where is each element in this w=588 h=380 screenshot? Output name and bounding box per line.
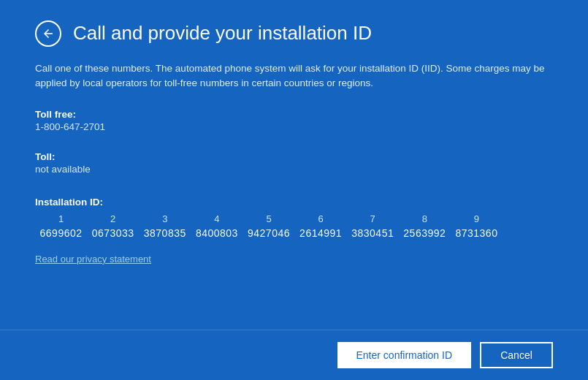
page-description: Call one of these numbers. The automated… bbox=[35, 61, 546, 91]
id-column-header: 6 bbox=[295, 213, 347, 227]
id-column-value: 8400803 bbox=[191, 227, 243, 239]
main-content: Call and provide your installation ID Ca… bbox=[0, 0, 588, 330]
id-column-value: 2563992 bbox=[399, 227, 451, 239]
toll-label: Toll: bbox=[35, 151, 553, 162]
footer: Enter confirmation ID Cancel bbox=[0, 330, 588, 380]
id-column-value: 3870835 bbox=[139, 227, 191, 239]
cancel-button[interactable]: Cancel bbox=[480, 342, 553, 368]
id-column-value: 0673033 bbox=[87, 227, 139, 239]
id-column-value: 3830451 bbox=[347, 227, 399, 239]
id-column-value: 9427046 bbox=[243, 227, 294, 239]
id-column-value: 8731360 bbox=[451, 227, 503, 239]
id-column-value: 2614991 bbox=[295, 227, 347, 239]
id-column-header: 5 bbox=[243, 213, 294, 227]
toll-free-label: Toll free: bbox=[35, 109, 553, 120]
page-header: Call and provide your installation ID bbox=[35, 20, 553, 47]
id-column-header: 1 bbox=[35, 213, 87, 227]
id-column-header: 2 bbox=[87, 213, 139, 227]
toll-free-value: 1-800-647-2701 bbox=[35, 121, 553, 132]
toll-section: Toll: not available bbox=[35, 151, 553, 186]
toll-value: not available bbox=[35, 164, 553, 175]
installation-id-section: Installation ID: 12345678966996020673033… bbox=[35, 197, 553, 239]
id-column-header: 9 bbox=[451, 213, 503, 227]
id-column-header: 4 bbox=[191, 213, 243, 227]
id-column-header: 7 bbox=[347, 213, 399, 227]
id-grid: 1234567896699602067303338708358400803942… bbox=[35, 213, 503, 239]
id-column-header: 3 bbox=[139, 213, 191, 227]
id-column-header: 8 bbox=[399, 213, 451, 227]
page-title: Call and provide your installation ID bbox=[73, 22, 372, 45]
toll-free-section: Toll free: 1-800-647-2701 bbox=[35, 109, 553, 144]
back-button[interactable] bbox=[35, 20, 61, 47]
enter-confirmation-button[interactable]: Enter confirmation ID bbox=[337, 342, 472, 368]
privacy-link[interactable]: Read our privacy statement bbox=[35, 254, 553, 265]
installation-id-label: Installation ID: bbox=[35, 197, 553, 208]
id-column-value: 6699602 bbox=[35, 227, 87, 239]
